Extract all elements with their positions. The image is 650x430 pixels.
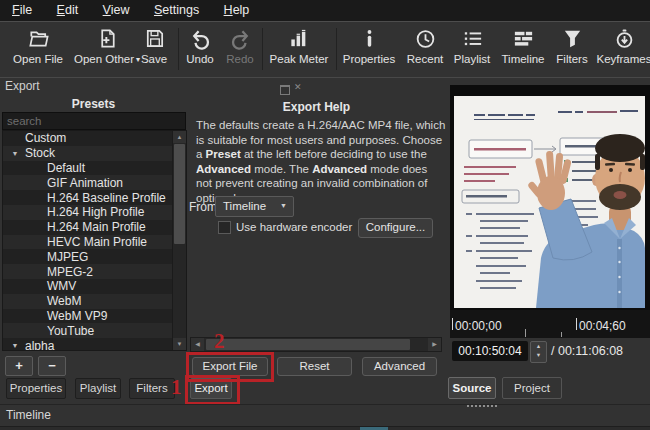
- save-button[interactable]: Save: [134, 26, 174, 74]
- close-panel-icon[interactable]: ✕: [294, 82, 302, 92]
- preset-item[interactable]: MJPEG: [3, 249, 187, 264]
- hw-encoder-label: Use hardware encoder: [236, 221, 352, 233]
- preset-label: H.264 Main Profile: [47, 220, 146, 234]
- tree-expand-arrow-icon[interactable]: ▼: [5, 150, 25, 157]
- preset-item[interactable]: Default: [3, 161, 187, 176]
- add-preset-button[interactable]: +: [5, 356, 33, 376]
- preset-item[interactable]: GIF Animation: [3, 175, 187, 190]
- menu-file[interactable]: File: [2, 0, 42, 21]
- playlist-button[interactable]: Playlist: [450, 26, 494, 74]
- recent-button[interactable]: Recent: [402, 26, 448, 74]
- preset-label: GIF Animation: [47, 176, 123, 190]
- preset-list[interactable]: Custom ▼ Stock Default GIF Animation H.2…: [2, 130, 187, 351]
- advanced-button[interactable]: Advanced: [362, 357, 437, 376]
- preset-item[interactable]: ▼ alpha: [3, 338, 174, 351]
- remove-preset-button[interactable]: −: [38, 356, 66, 376]
- tab-filters[interactable]: Filters: [129, 378, 175, 399]
- keyframes-label: Keyframes: [596, 53, 650, 65]
- tab-source[interactable]: Source: [448, 377, 496, 399]
- preset-item[interactable]: WMV: [3, 279, 187, 294]
- total-duration-label: / 00:11:06:08: [551, 344, 623, 358]
- open-other-icon: [96, 27, 119, 50]
- export-help-title: Export Help: [186, 100, 447, 114]
- properties-button[interactable]: Properties: [340, 26, 398, 74]
- ruler-tick: [561, 332, 562, 337]
- help-horizontal-scrollbar[interactable]: ◀ ▶: [190, 337, 442, 352]
- hw-encoder-checkbox[interactable]: [218, 221, 231, 234]
- open-file-label: Open File: [6, 53, 70, 65]
- from-dropdown[interactable]: Timeline ▼: [215, 196, 294, 217]
- recent-icon: [414, 27, 437, 50]
- scroll-right-icon[interactable]: ▶: [428, 338, 441, 351]
- tab-properties[interactable]: Properties: [6, 378, 66, 399]
- tab-playlist[interactable]: Playlist: [75, 378, 121, 399]
- preset-item[interactable]: WebM VP9: [3, 309, 187, 324]
- scrollbar-thumb[interactable]: [206, 339, 410, 350]
- spin-down-icon[interactable]: ▼: [531, 351, 546, 360]
- menu-edit[interactable]: Edit: [47, 0, 89, 21]
- preset-search-input[interactable]: [2, 112, 186, 130]
- reset-button[interactable]: Reset: [277, 357, 352, 376]
- video-player[interactable]: [450, 85, 650, 310]
- preset-label: HEVC Main Profile: [47, 235, 147, 249]
- open-other-label: Open Other▾: [72, 53, 142, 65]
- menu-view[interactable]: View: [93, 0, 140, 21]
- redo-icon: [229, 27, 252, 50]
- open-file-icon: [27, 27, 50, 50]
- annotation-box-export-tab: [185, 375, 240, 405]
- properties-icon: [358, 27, 381, 50]
- redo-button[interactable]: Redo: [221, 26, 259, 74]
- preset-label: Default: [47, 161, 85, 175]
- preset-item[interactable]: WebM: [3, 294, 187, 309]
- tree-expand-arrow-icon[interactable]: ▼: [5, 342, 25, 349]
- open-file-button[interactable]: Open File: [6, 26, 70, 74]
- preset-item[interactable]: YouTube: [3, 323, 187, 338]
- preset-item[interactable]: ▼ Stock: [3, 146, 174, 161]
- preset-label: H.264 Baseline Profile: [47, 191, 166, 205]
- peak-meter-icon: [288, 27, 311, 50]
- timeline-icon: [512, 27, 535, 50]
- properties-label: Properties: [340, 53, 398, 65]
- tab-project[interactable]: Project: [502, 377, 562, 399]
- panel-divider: [0, 404, 650, 405]
- current-time-field[interactable]: 00:10:50:04: [452, 341, 528, 361]
- preset-item[interactable]: HEVC Main Profile: [3, 235, 187, 250]
- scrollbar-thumb[interactable]: [174, 144, 185, 244]
- redo-label: Redo: [221, 53, 259, 65]
- preset-item[interactable]: MPEG-2: [3, 264, 187, 279]
- annotation-step-1: 1: [171, 376, 182, 398]
- menu-help[interactable]: Help: [214, 0, 260, 21]
- peak-meter-button[interactable]: Peak Meter: [266, 26, 332, 74]
- scroll-left-icon[interactable]: ◀: [191, 338, 204, 351]
- preset-item[interactable]: Custom: [3, 131, 174, 146]
- timeline-button[interactable]: Timeline: [498, 26, 548, 74]
- preset-item[interactable]: H.264 Main Profile: [3, 220, 187, 235]
- time-spinner[interactable]: ▲ ▼: [530, 341, 547, 363]
- scroll-down-icon[interactable]: ▼: [173, 338, 186, 350]
- preset-list-scrollbar[interactable]: ▲ ▼: [172, 131, 186, 350]
- open-other-button[interactable]: Open Other▾: [72, 26, 142, 74]
- ruler-end-label: 00:04;60: [579, 319, 626, 333]
- video-preview: [454, 96, 645, 308]
- save-icon: [143, 27, 166, 50]
- annotation-step-2: 2: [214, 330, 225, 352]
- export-help-text: The defaults create a H.264/AAC MP4 file…: [196, 118, 446, 205]
- preset-label: YouTube: [47, 324, 94, 338]
- preset-label: Stock: [25, 146, 55, 160]
- float-panel-icon[interactable]: [280, 85, 290, 95]
- filters-button[interactable]: Filters: [551, 26, 593, 74]
- timeline-panel-title: Timeline: [6, 408, 51, 422]
- configure-button[interactable]: Configure...: [358, 218, 433, 238]
- keyframes-button[interactable]: Keyframes: [596, 26, 650, 74]
- menu-settings[interactable]: Settings: [144, 0, 209, 21]
- preset-item[interactable]: H.264 High Profile: [3, 205, 187, 220]
- player-timeline-ruler[interactable]: 00:00;00 00:04;60: [450, 310, 650, 338]
- preset-label: H.264 High Profile: [47, 205, 144, 219]
- scroll-up-icon[interactable]: ▲: [173, 131, 186, 143]
- undo-button[interactable]: Undo: [181, 26, 219, 74]
- preset-item[interactable]: H.264 Baseline Profile: [3, 190, 187, 205]
- from-label: From: [189, 200, 217, 214]
- spin-up-icon[interactable]: ▲: [531, 342, 546, 351]
- presets-title: Presets: [0, 97, 187, 111]
- shotcut-window: File Edit View Settings Help Open File O…: [0, 0, 650, 430]
